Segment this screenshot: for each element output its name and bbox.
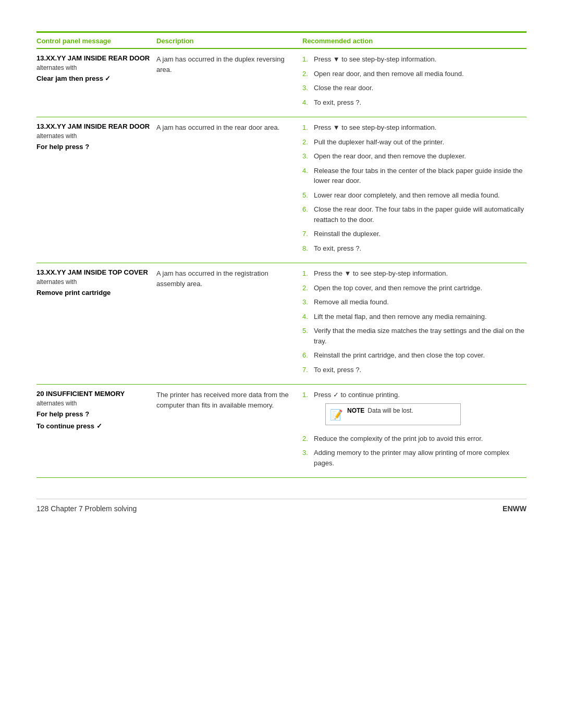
msg-title: 13.XX.YY JAM INSIDE TOP COVER — [36, 268, 151, 276]
action-text: Pull the duplexer half-way out of the pr… — [314, 138, 444, 146]
msg-alternates: alternates with — [36, 278, 151, 286]
col-description-3: The printer has received more data from … — [156, 390, 302, 472]
footer-right: ENWW — [503, 504, 527, 513]
action-num: 2. — [302, 69, 314, 79]
action-text-wrapper: Close the rear door. The four tabs in th… — [314, 204, 527, 225]
action-list: 1.Press ▼ to see step-by-step informatio… — [302, 54, 527, 107]
action-num: 3. — [302, 448, 314, 458]
header-col2: Description — [156, 37, 302, 45]
action-item: 3.Close the rear door. — [302, 83, 527, 93]
action-num: 5. — [302, 190, 314, 201]
col-action-0: 1.Press ▼ to see step-by-step informatio… — [302, 54, 527, 112]
action-list: 1.Press the ▼ to see step-by-step inform… — [302, 268, 527, 375]
action-text-wrapper: Close the rear door. — [314, 83, 373, 93]
action-num: 4. — [302, 312, 314, 322]
action-text-wrapper: Verify that the media size matches the t… — [314, 326, 527, 346]
action-text-wrapper: Lift the metal flap, and then remove any… — [314, 312, 487, 322]
action-item: 4.Lift the metal flap, and then remove a… — [302, 312, 527, 322]
col-message-3: 20 INSUFFICIENT MEMORYalternates withFor… — [36, 390, 156, 472]
note-label: NOTE — [347, 406, 364, 415]
col-description-2: A jam has occurred in the registration a… — [156, 268, 302, 379]
action-item: 2.Reduce the complexity of the print job… — [302, 434, 527, 444]
action-text-wrapper: Adding memory to the printer may allow p… — [314, 448, 527, 468]
action-num: 7. — [302, 365, 314, 375]
action-item: 7.To exit, press ?. — [302, 365, 527, 375]
action-num: 3. — [302, 151, 314, 162]
note-icon: 📝 — [330, 407, 343, 423]
msg-title: 13.XX.YY JAM INSIDE REAR DOOR — [36, 54, 151, 62]
msg-sub: Remove print cartridge — [36, 289, 151, 297]
table-header: Control panel message Description Recomm… — [36, 33, 527, 49]
action-text-wrapper: Pull the duplexer half-way out of the pr… — [314, 137, 444, 147]
action-item: 1.Press ✓ to continue printing.📝NOTEData… — [302, 390, 527, 429]
action-text-wrapper: Press ✓ to continue printing.📝NOTEData w… — [314, 390, 461, 429]
action-num: 3. — [302, 297, 314, 307]
action-text: Lift the metal flap, and then remove any… — [314, 313, 487, 320]
action-text-wrapper: Reduce the complexity of the print job t… — [314, 434, 483, 444]
col-action-1: 1.Press ▼ to see step-by-step informatio… — [302, 122, 527, 257]
action-num: 1. — [302, 122, 314, 133]
table-body: 13.XX.YY JAM INSIDE REAR DOORalternates … — [36, 49, 527, 478]
action-num: 2. — [302, 434, 314, 444]
action-num: 1. — [302, 268, 314, 279]
action-text: Open the top cover, and then remove the … — [314, 284, 482, 292]
action-text: Press ▼ to see step-by-step information. — [314, 55, 436, 63]
action-item: 1.Press the ▼ to see step-by-step inform… — [302, 268, 527, 279]
desc-text: A jam has occurred in the rear door area… — [156, 122, 297, 133]
action-text-wrapper: To exit, press ?. — [314, 365, 361, 375]
msg-sub1: For help press ? — [36, 410, 151, 418]
msg-alternates: alternates with — [36, 64, 151, 71]
action-item: 7.Reinstall the duplexer. — [302, 229, 527, 239]
page-footer: 128 Chapter 7 Problem solving ENWW — [36, 499, 527, 513]
action-item: 5.Verify that the media size matches the… — [302, 326, 527, 346]
action-text: Open the rear door, and then remove the … — [314, 152, 466, 160]
action-text: Reinstall the print cartridge, and then … — [314, 351, 485, 359]
action-item: 6.Reinstall the print cartridge, and the… — [302, 350, 527, 361]
action-item: 3.Remove all media found. — [302, 297, 527, 307]
action-text-wrapper: Press ▼ to see step-by-step information. — [314, 54, 436, 65]
action-item: 6.Close the rear door. The four tabs in … — [302, 204, 527, 225]
action-num: 4. — [302, 166, 314, 176]
action-num: 5. — [302, 326, 314, 336]
action-text-wrapper: Open rear door, and then remove all medi… — [314, 69, 464, 79]
action-item: 3.Adding memory to the printer may allow… — [302, 448, 527, 468]
table-row: 13.XX.YY JAM INSIDE TOP COVERalternates … — [36, 263, 527, 385]
table-row: 13.XX.YY JAM INSIDE REAR DOORalternates … — [36, 49, 527, 117]
action-text: Press ▼ to see step-by-step information. — [314, 124, 436, 131]
action-item: 4.To exit, press ?. — [302, 97, 527, 108]
col-message-0: 13.XX.YY JAM INSIDE REAR DOORalternates … — [36, 54, 156, 112]
action-text-wrapper: To exit, press ?. — [314, 243, 361, 254]
action-text: To exit, press ?. — [314, 366, 361, 374]
action-text-wrapper: Remove all media found. — [314, 297, 389, 307]
action-item: 2.Pull the duplexer half-way out of the … — [302, 137, 527, 147]
col-message-1: 13.XX.YY JAM INSIDE REAR DOORalternates … — [36, 122, 156, 257]
action-num: 7. — [302, 229, 314, 239]
action-num: 2. — [302, 283, 314, 293]
action-text-wrapper: Reinstall the duplexer. — [314, 229, 381, 239]
note-box: 📝NOTEData will be lost. — [325, 403, 461, 425]
action-text: Reduce the complexity of the print job t… — [314, 435, 483, 442]
action-text: Open rear door, and then remove all medi… — [314, 70, 464, 78]
action-item: 4.Release the four tabs in the center of… — [302, 166, 527, 186]
action-text-wrapper: Press the ▼ to see step-by-step informat… — [314, 268, 448, 279]
page-content: Control panel message Description Recomm… — [36, 31, 527, 513]
msg-sub: For help press ? — [36, 143, 151, 151]
msg-sub2: To continue press ✓ — [36, 422, 151, 430]
action-item: 1.Press ▼ to see step-by-step informatio… — [302, 54, 527, 65]
action-num: 3. — [302, 83, 314, 93]
action-text: To exit, press ?. — [314, 244, 361, 252]
action-text: Press the ▼ to see step-by-step informat… — [314, 269, 448, 277]
action-text: Close the rear door. — [314, 84, 373, 92]
action-text-wrapper: Lower rear door completely, and then rem… — [314, 190, 500, 201]
header-col1: Control panel message — [36, 37, 156, 45]
action-num: 6. — [302, 204, 314, 215]
action-text: Release the four tabs in the center of t… — [314, 167, 522, 185]
action-item: 1.Press ▼ to see step-by-step informatio… — [302, 122, 527, 133]
action-item: 5.Lower rear door completely, and then r… — [302, 190, 527, 201]
action-num: 2. — [302, 137, 314, 147]
action-text: Press ✓ to continue printing. — [314, 391, 400, 399]
action-item: 2.Open rear door, and then remove all me… — [302, 69, 527, 79]
action-text-wrapper: Press ▼ to see step-by-step information. — [314, 122, 436, 133]
msg-alternates: alternates with — [36, 400, 151, 407]
action-text-wrapper: Release the four tabs in the center of t… — [314, 166, 527, 186]
